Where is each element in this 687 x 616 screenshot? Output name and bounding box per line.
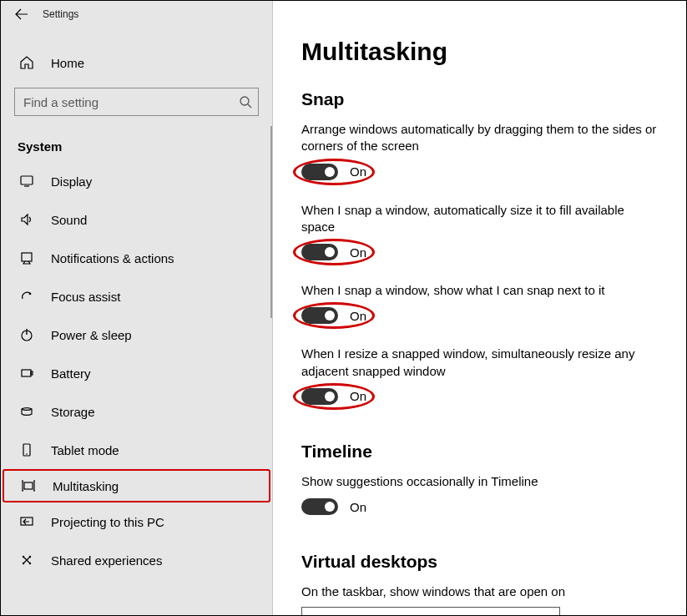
snap-toggle-label-2: On — [350, 309, 366, 323]
svg-point-0 — [240, 97, 249, 105]
timeline-toggle[interactable] — [301, 498, 338, 515]
section-label: System — [1, 128, 272, 162]
sidebar-item-label: Multitasking — [53, 479, 119, 493]
sidebar-item-shared-experiences[interactable]: Shared experiences — [1, 541, 272, 579]
sidebar-item-label: Projecting to this PC — [51, 515, 164, 529]
sidebar-item-projecting-to-this-pc[interactable]: Projecting to this PC — [1, 502, 272, 541]
sidebar-item-notifications-actions[interactable]: Notifications & actions — [1, 239, 272, 277]
search-input[interactable] — [14, 88, 259, 116]
snap-toggle-1[interactable] — [301, 244, 338, 260]
svg-point-20 — [23, 556, 24, 558]
snap-desc-0: Arrange windows automatically by draggin… — [301, 121, 660, 155]
sidebar-item-power-sleep[interactable]: Power & sleep — [1, 316, 272, 354]
timeline-toggle-label: On — [350, 500, 366, 514]
titlebar: Settings — [1, 1, 272, 28]
svg-rect-12 — [24, 482, 33, 489]
storage-icon — [18, 404, 36, 419]
sidebar-item-battery[interactable]: Battery — [1, 354, 272, 392]
home-label: Home — [51, 56, 84, 70]
focus-assist-icon — [18, 289, 36, 304]
sidebar-item-storage[interactable]: Storage — [1, 392, 272, 431]
svg-rect-2 — [21, 176, 33, 184]
svg-point-23 — [29, 563, 31, 564]
sidebar: Settings Home System DisplaySoundNotific… — [1, 1, 273, 615]
back-arrow-icon — [15, 8, 28, 21]
snap-toggle-label-0: On — [350, 164, 366, 179]
virtual-dropdown[interactable]: Only the desktop I'm using — [301, 607, 560, 615]
svg-rect-8 — [22, 370, 31, 376]
snap-toggle-label-3: On — [350, 389, 366, 403]
sidebar-item-label: Shared experiences — [51, 553, 162, 568]
timeline-toggle-row: On — [301, 495, 661, 518]
sidebar-item-focus-assist[interactable]: Focus assist — [1, 277, 272, 316]
snap-heading: Snap — [301, 89, 661, 109]
power-sleep-icon — [18, 327, 36, 342]
projecting-icon — [18, 514, 36, 529]
sidebar-item-label: Tablet mode — [51, 443, 119, 457]
snap-toggle-row-2: On — [301, 304, 661, 327]
nav-list: DisplaySoundNotifications & actionsFocus… — [1, 162, 272, 579]
sidebar-item-sound[interactable]: Sound — [1, 200, 272, 239]
page-title: Multitasking — [301, 38, 661, 66]
virtual-heading: Virtual desktops — [301, 552, 661, 572]
svg-point-22 — [23, 563, 24, 564]
svg-line-1 — [248, 104, 251, 108]
sidebar-item-multitasking[interactable]: Multitasking — [3, 469, 270, 502]
snap-toggle-2[interactable] — [301, 307, 338, 324]
multitasking-icon — [19, 478, 38, 493]
battery-icon — [18, 366, 36, 381]
home-nav[interactable]: Home — [1, 44, 272, 81]
sidebar-item-label: Storage — [51, 405, 95, 419]
sidebar-item-label: Sound — [51, 213, 87, 227]
svg-rect-9 — [31, 371, 33, 375]
window-title: Settings — [43, 8, 78, 20]
snap-desc-1: When I snap a window, automatically size… — [301, 202, 660, 236]
display-icon — [18, 174, 36, 189]
sidebar-item-label: Display — [51, 174, 92, 189]
sidebar-item-label: Focus assist — [51, 290, 120, 304]
snap-desc-3: When I resize a snapped window, simultan… — [301, 346, 660, 380]
home-icon — [18, 55, 36, 70]
back-button[interactable] — [13, 5, 31, 23]
search-icon — [239, 95, 252, 109]
svg-point-21 — [29, 556, 31, 558]
svg-point-5 — [29, 293, 32, 295]
sidebar-item-display[interactable]: Display — [1, 162, 272, 200]
snap-toggle-row-0: On — [301, 160, 661, 184]
sidebar-scroll-indicator — [270, 126, 272, 318]
snap-toggle-label-1: On — [350, 245, 366, 260]
snap-desc-2: When I snap a window, show what I can sn… — [301, 282, 660, 299]
search-container — [14, 88, 259, 116]
notifications-icon — [18, 250, 36, 265]
svg-rect-4 — [22, 253, 32, 261]
snap-toggle-row-1: On — [301, 240, 661, 264]
svg-point-11 — [26, 453, 28, 455]
snap-toggle-3[interactable] — [301, 388, 338, 405]
sound-icon — [18, 212, 36, 227]
snap-toggle-row-3: On — [301, 385, 661, 408]
virtual-desc: On the taskbar, show windows that are op… — [301, 583, 660, 600]
sidebar-item-label: Power & sleep — [51, 328, 132, 342]
sidebar-item-label: Notifications & actions — [51, 251, 174, 265]
shared-experiences-icon — [18, 553, 36, 568]
sidebar-item-tablet-mode[interactable]: Tablet mode — [1, 431, 272, 469]
virtual-dropdown-value: Only the desktop I'm using — [311, 614, 457, 615]
main-content: Multitasking Snap Arrange windows automa… — [273, 1, 686, 615]
tablet-mode-icon — [18, 442, 36, 457]
timeline-heading: Timeline — [301, 442, 661, 462]
sidebar-item-label: Battery — [51, 366, 91, 381]
timeline-desc: Show suggestions occasionally in Timelin… — [301, 473, 660, 490]
snap-toggle-0[interactable] — [301, 164, 338, 180]
